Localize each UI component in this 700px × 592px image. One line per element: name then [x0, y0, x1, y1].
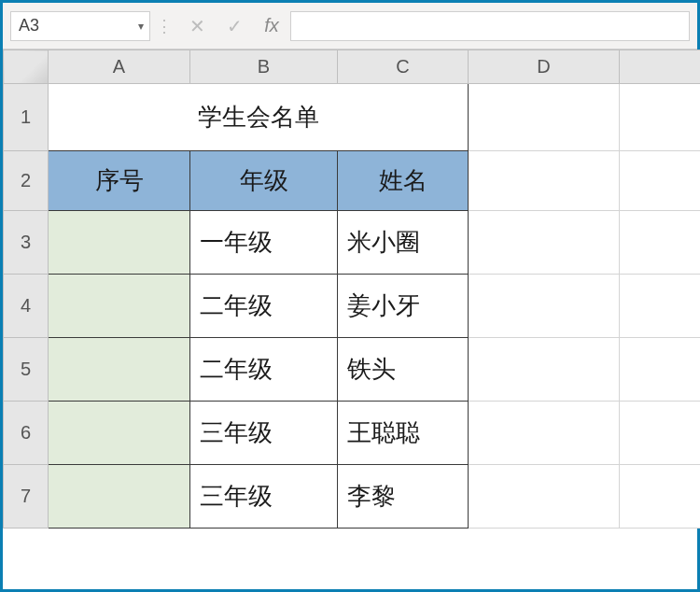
cell-B4[interactable]: 二年级	[190, 275, 338, 338]
cell-D6[interactable]	[469, 402, 620, 465]
enter-check-icon: ✓	[216, 11, 253, 41]
divider-dots-icon: ⋮	[160, 11, 169, 41]
col-header-A[interactable]: A	[49, 50, 190, 84]
cell-E1[interactable]	[620, 84, 701, 151]
cell-D7[interactable]	[469, 465, 620, 529]
cell-A3[interactable]	[49, 211, 190, 275]
spreadsheet-grid[interactable]: A B C D 1 学生会名单 2 序号 年级 姓名 3	[3, 49, 697, 589]
cell-E4[interactable]	[620, 275, 701, 338]
name-box[interactable]: A3 ▾	[10, 11, 150, 41]
cell-D5[interactable]	[469, 338, 620, 402]
col-header-B[interactable]: B	[190, 50, 338, 84]
chevron-down-icon[interactable]: ▾	[138, 20, 144, 33]
cell-E7[interactable]	[620, 465, 701, 529]
cell-B6[interactable]: 三年级	[190, 402, 338, 465]
cell-C6[interactable]: 王聪聪	[338, 402, 469, 465]
cell-E6[interactable]	[620, 402, 701, 465]
hdr-grade[interactable]: 年级	[190, 151, 338, 211]
col-header-C[interactable]: C	[338, 50, 469, 84]
cell-D2[interactable]	[469, 151, 620, 211]
sheet-table: A B C D 1 学生会名单 2 序号 年级 姓名 3	[3, 49, 700, 529]
row-header-6[interactable]: 6	[4, 402, 49, 465]
cell-C5[interactable]: 铁头	[338, 338, 469, 402]
excel-window: A3 ▾ ⋮ ✕ ✓ fx ↕ A B C D 1 学生会名单	[0, 0, 700, 592]
select-all-corner[interactable]	[4, 50, 49, 84]
row-header-1[interactable]: 1	[4, 84, 49, 151]
cell-C4[interactable]: 姜小牙	[338, 275, 469, 338]
cell-D4[interactable]	[469, 275, 620, 338]
row-header-4[interactable]: 4	[4, 275, 49, 338]
fx-label[interactable]: fx	[253, 15, 290, 36]
cancel-x-icon: ✕	[178, 11, 216, 41]
cell-C7[interactable]: 李黎	[338, 465, 469, 529]
cell-D1[interactable]	[469, 84, 620, 151]
cell-B5[interactable]: 二年级	[190, 338, 338, 402]
cell-C3[interactable]: 米小圈	[338, 211, 469, 275]
cell-E5[interactable]	[620, 338, 701, 402]
cell-A6[interactable]	[49, 402, 190, 465]
row-header-5[interactable]: 5	[4, 338, 49, 402]
cell-E3[interactable]	[620, 211, 701, 275]
formula-bar: A3 ▾ ⋮ ✕ ✓ fx	[3, 3, 697, 49]
row-header-3[interactable]: 3	[4, 211, 49, 275]
name-box-value: A3	[19, 16, 39, 35]
col-header-extra[interactable]	[620, 50, 701, 84]
cell-D3[interactable]	[469, 211, 620, 275]
cell-A5[interactable]	[49, 338, 190, 402]
cell-B3[interactable]: 一年级	[190, 211, 338, 275]
cell-B7[interactable]: 三年级	[190, 465, 338, 529]
formula-input[interactable]	[290, 11, 690, 41]
hdr-seq[interactable]: 序号	[49, 151, 190, 211]
row-header-2[interactable]: 2	[4, 151, 49, 211]
row-header-7[interactable]: 7	[4, 465, 49, 529]
cell-A4[interactable]	[49, 275, 190, 338]
cell-E2[interactable]	[620, 151, 701, 211]
title-cell[interactable]: 学生会名单	[49, 84, 469, 151]
cell-A7[interactable]	[49, 465, 190, 529]
hdr-name[interactable]: 姓名	[338, 151, 469, 211]
col-header-D[interactable]: D	[469, 50, 620, 84]
